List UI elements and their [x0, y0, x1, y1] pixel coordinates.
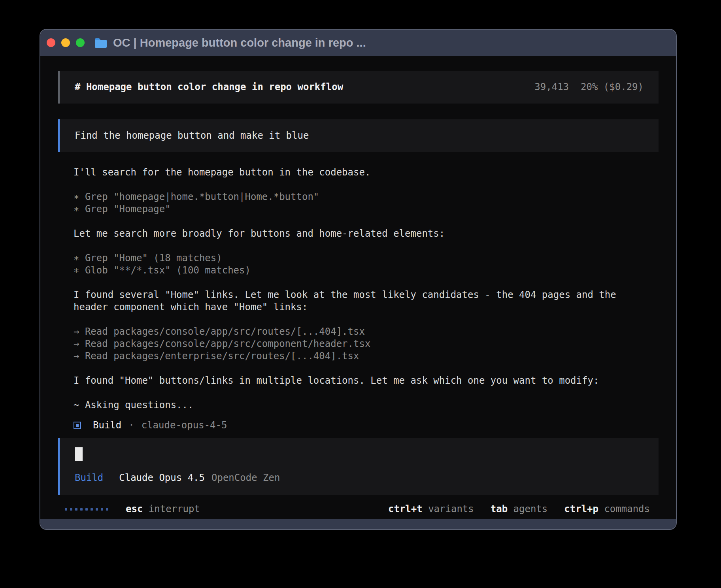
- keyboard-hint-variants: ctrl+t variants: [388, 503, 474, 515]
- model-status-row: Build Claude Opus 4.5 OpenCode Zen: [75, 472, 644, 484]
- transcript-line: Let me search more broadly for buttons a…: [74, 228, 651, 240]
- transcript-line: ∗ Grep "Homepage": [74, 203, 651, 215]
- session-header: # Homepage button color change in repo w…: [58, 71, 659, 104]
- agent-name: Build: [93, 419, 121, 432]
- transcript-line: ∗ Glob "**/*.tsx" (100 matches): [74, 264, 651, 277]
- progress-dot: [80, 508, 83, 511]
- close-button[interactable]: [47, 38, 55, 47]
- prompt-input-line[interactable]: [75, 447, 644, 461]
- transcript-line: → Read packages/console/app/src/componen…: [74, 338, 651, 350]
- transcript-spacer: [74, 277, 651, 289]
- window-bottom-edge: [40, 519, 676, 529]
- transcript-spacer: [74, 387, 651, 399]
- progress-dot: [91, 508, 93, 511]
- window-titlebar: OC | Homepage button color change in rep…: [40, 30, 676, 56]
- transcript-line: → Read packages/enterprise/src/routes/[.…: [74, 350, 651, 362]
- keyboard-hints: ctrl+t variantstab agentsctrl+p commands: [388, 503, 650, 515]
- hint-label: variants: [423, 503, 474, 514]
- keyboard-hint-interrupt: esc interrupt: [126, 503, 200, 515]
- progress-dot: [65, 508, 67, 511]
- user-message: Find the homepage button and make it blu…: [58, 119, 659, 152]
- hint-key: ctrl+t: [388, 503, 423, 514]
- terminal-content: # Homepage button color change in repo w…: [40, 56, 676, 515]
- model-label: Claude Opus 4.5: [119, 472, 205, 484]
- transcript-spacer: [74, 362, 651, 375]
- hint-label: commands: [598, 503, 650, 514]
- progress-dot: [101, 508, 103, 511]
- user-message-text: Find the homepage button and make it blu…: [75, 130, 309, 141]
- terminal-window: OC | Homepage button color change in rep…: [40, 29, 677, 530]
- prompt-input[interactable]: Build Claude Opus 4.5 OpenCode Zen: [58, 438, 659, 495]
- transcript-line: I'll search for the homepage button in t…: [74, 166, 651, 179]
- hint-key: tab: [491, 503, 508, 514]
- provider-label: OpenCode Zen: [211, 472, 280, 484]
- transcript-spacer: [74, 215, 651, 228]
- minimize-button[interactable]: [61, 38, 70, 47]
- keyboard-hint-agents: tab agents: [491, 503, 548, 515]
- session-stats: 39,413 20% ($0.29): [534, 81, 644, 93]
- hint-key: esc: [126, 503, 143, 514]
- keyboard-hint-commands: ctrl+p commands: [564, 503, 650, 515]
- status-bar: esc interrupt ctrl+t variantstab agentsc…: [58, 503, 659, 515]
- folder-icon: [94, 37, 108, 48]
- progress-dot: [96, 508, 98, 511]
- progress-dots-icon: [65, 508, 108, 511]
- transcript-spacer: [74, 240, 651, 252]
- transcript-line: ∗ Grep "homepage|home.*button|Home.*butt…: [74, 191, 651, 203]
- transcript-line: ~ Asking questions...: [74, 399, 651, 411]
- transcript-line: ∗ Grep "Home" (18 matches): [74, 252, 651, 264]
- transcript-spacer: [74, 313, 651, 326]
- assistant-transcript: I'll search for the homepage button in t…: [58, 166, 651, 411]
- token-count: 39,413: [534, 81, 569, 93]
- progress-dot: [85, 508, 88, 511]
- progress-dot: [75, 508, 77, 511]
- session-title: # Homepage button color change in repo w…: [75, 81, 343, 93]
- zoom-button[interactable]: [76, 38, 85, 47]
- transcript-line: I found "Home" buttons/links in multiple…: [74, 375, 651, 387]
- agent-status-row: Build · claude-opus-4-5: [58, 419, 659, 432]
- traffic-lights: [47, 38, 85, 47]
- hint-label: agents: [508, 503, 547, 514]
- agent-model: claude-opus-4-5: [142, 419, 227, 432]
- agent-separator: ·: [128, 419, 134, 432]
- hint-label: interrupt: [143, 503, 200, 514]
- text-cursor: [75, 447, 83, 461]
- context-usage: 20% ($0.29): [581, 81, 644, 93]
- build-agent-icon: [74, 422, 81, 429]
- transcript-spacer: [74, 179, 651, 191]
- window-title: OC | Homepage button color change in rep…: [113, 36, 366, 49]
- transcript-line: → Read packages/console/app/src/routes/[…: [74, 326, 651, 338]
- transcript-line: I found several "Home" links. Let me loo…: [74, 289, 651, 313]
- progress-dot: [106, 508, 108, 511]
- progress-dot: [70, 508, 72, 511]
- agent-mode-label: Build: [75, 472, 103, 484]
- hint-key: ctrl+p: [564, 503, 598, 514]
